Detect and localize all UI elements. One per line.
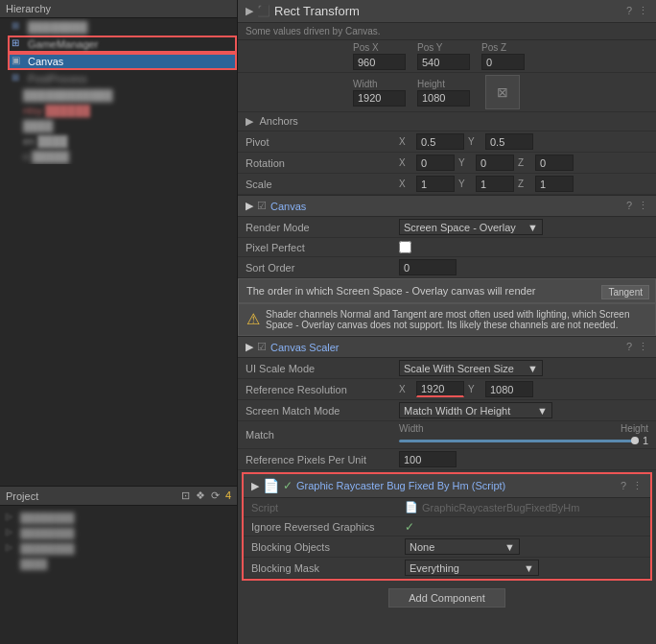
gameobject-icon: ⊞ <box>12 20 25 34</box>
folder-icon: ▷ <box>6 527 17 538</box>
blocking-mask-label: Blocking Mask <box>251 562 405 574</box>
sidebar-item-gamemanager[interactable]: ⊞ GameManager <box>8 36 237 53</box>
raycaster-toolbar: ? ⋮ <box>621 480 643 492</box>
ref-x-input[interactable] <box>416 381 464 397</box>
project-icon4[interactable]: 4 <box>225 489 231 502</box>
pivot-y-input[interactable] <box>485 133 533 150</box>
pivot-y-label: Y <box>468 136 481 147</box>
ignore-reversed-check[interactable]: ✓ <box>405 520 414 534</box>
scale-z-input[interactable] <box>535 176 574 192</box>
ref-pixels-row: Reference Pixels Per Unit <box>238 449 656 470</box>
raycaster-help-icon[interactable]: ? <box>621 480 626 492</box>
rot-x-input[interactable] <box>416 155 455 171</box>
rotation-row: Rotation X Y Z <box>238 153 656 174</box>
anchors-expand[interactable]: ▶ <box>246 115 253 127</box>
hierarchy-section: Hierarchy ⊞ ████████ ⊞ GameManager ▣ Can… <box>0 0 237 486</box>
ui-scale-mode-row: UI Scale Mode Scale With Screen Size ▼ <box>238 358 656 379</box>
scaler-checkbox-icon[interactable]: ☑ <box>257 341 267 353</box>
sidebar-item-canvas[interactable]: ▣ Canvas <box>8 53 237 70</box>
script-label: Script <box>251 502 405 513</box>
canvas-expand-icon[interactable]: ▶ <box>246 200 253 212</box>
anchor-icon-btn[interactable]: ⊠ <box>485 75 520 109</box>
pivot-x-input[interactable] <box>416 133 464 150</box>
screen-match-label: Screen Match Mode <box>246 405 399 417</box>
blocking-mask-row: Blocking Mask Everything ▼ <box>244 558 650 579</box>
scaler-expand-icon[interactable]: ▶ <box>246 341 253 353</box>
ui-scale-mode-value: Scale With Screen Size ▼ <box>399 360 648 376</box>
raycaster-enabled-check[interactable]: ✓ <box>283 479 293 492</box>
pixel-perfect-value <box>399 241 648 253</box>
canvas-checkbox-icon[interactable]: ☑ <box>257 200 267 212</box>
pivot-value: X Y <box>399 133 648 150</box>
menu-icon[interactable]: ⋮ <box>638 5 648 17</box>
screen-match-dropdown[interactable]: Match Width Or Height ▼ <box>399 402 552 418</box>
list-item[interactable]: ████ <box>19 118 237 133</box>
sort-order-input[interactable] <box>399 259 457 275</box>
list-item[interactable]: ▷ ████████ <box>4 540 233 556</box>
ref-y-input[interactable] <box>485 381 533 397</box>
project-icon3[interactable]: ⟳ <box>211 489 220 502</box>
raycaster-menu-icon[interactable]: ⋮ <box>632 480 643 492</box>
raycaster-expand-icon[interactable]: ▶ <box>251 480 259 492</box>
canvas-menu-icon[interactable]: ⋮ <box>638 200 648 212</box>
posx-col: Pos X <box>353 42 406 70</box>
list-item[interactable]: ████ <box>4 556 233 571</box>
list-item[interactable]: ████████████ <box>19 87 237 103</box>
tangent-button[interactable]: Tangent <box>601 285 649 299</box>
render-mode-dropdown[interactable]: Screen Space - Overlay ▼ <box>399 219 543 235</box>
canvas-component-header: ▶ ☑ Canvas ? ⋮ <box>238 195 656 217</box>
scale-y-input[interactable] <box>476 176 514 192</box>
scale-x-input[interactable] <box>416 176 455 192</box>
postprocess-icon: ⊞ <box>12 72 25 85</box>
blocking-mask-dropdown[interactable]: Everything ▼ <box>405 560 539 576</box>
sidebar-item-postprocess[interactable]: ⊞ PostProcess <box>8 70 237 87</box>
posy-input[interactable] <box>417 54 470 70</box>
sort-order-row: Sort Order <box>238 257 656 278</box>
posx-input[interactable] <box>353 54 406 70</box>
match-width-label: Width <box>399 423 424 434</box>
scaler-menu-icon[interactable]: ⋮ <box>638 341 648 353</box>
list-item[interactable]: ⊞ ████████ <box>8 18 237 36</box>
match-height-label: Height <box>621 423 648 434</box>
width-label: Width <box>353 79 406 89</box>
blocking-objects-dropdown[interactable]: None ▼ <box>405 538 520 555</box>
hierarchy-list: ⊞ ████████ ⊞ GameManager ▣ Canvas ⊞ Post… <box>0 18 237 164</box>
height-input[interactable] <box>417 90 470 107</box>
screen-match-row: Screen Match Mode Match Width Or Height … <box>238 400 656 421</box>
scale-y-label: Y <box>458 179 472 189</box>
pixel-perfect-checkbox[interactable] <box>399 241 411 253</box>
raycaster-title: Graphic Raycaster Bug Fixed By Hm (Scrip… <box>296 480 505 491</box>
project-icon1[interactable]: ⊡ <box>181 489 190 502</box>
sort-order-value <box>399 259 648 275</box>
list-item[interactable]: en ████ <box>19 133 237 149</box>
warning-text: Shader channels Normal and Tangent are m… <box>266 309 647 330</box>
scaler-help-icon[interactable]: ? <box>626 341 632 353</box>
ref-pixels-label: Reference Pixels Per Unit <box>246 454 399 465</box>
rot-z-input[interactable] <box>535 155 574 171</box>
list-item[interactable]: ▷ ████████ <box>4 510 233 525</box>
expand-icon[interactable]: ▶ <box>246 5 253 17</box>
ref-resolution-row: Reference Resolution X Y <box>238 379 656 400</box>
add-component-row: Add Component <box>238 583 656 613</box>
list-item[interactable]: ntsy ██████ <box>19 103 237 118</box>
posy-label: Pos Y <box>417 42 470 53</box>
posz-input[interactable] <box>481 54 525 70</box>
rot-y-label: Y <box>458 157 472 168</box>
match-slider-thumb[interactable] <box>631 437 639 444</box>
match-slider-value: 1 <box>643 435 648 446</box>
list-item[interactable]: ▷ ████████ <box>4 525 233 540</box>
project-icon2[interactable]: ❖ <box>196 489 205 502</box>
rot-y-input[interactable] <box>476 155 514 171</box>
help-icon[interactable]: ? <box>626 5 632 17</box>
ref-pixels-value <box>399 451 648 467</box>
ui-scale-mode-dropdown[interactable]: Scale With Screen Size ▼ <box>399 360 543 376</box>
list-item[interactable]: n █████ <box>19 149 237 164</box>
canvas-help-icon[interactable]: ? <box>626 200 632 212</box>
add-component-button[interactable]: Add Component <box>388 588 505 608</box>
ref-resolution-value: X Y <box>399 381 648 397</box>
ref-pixels-input[interactable] <box>399 451 457 467</box>
blocking-objects-label: Blocking Objects <box>251 541 405 553</box>
width-input[interactable] <box>353 90 406 107</box>
scale-row: Scale X Y Z <box>238 174 656 195</box>
pixel-perfect-row: Pixel Perfect <box>238 238 656 257</box>
